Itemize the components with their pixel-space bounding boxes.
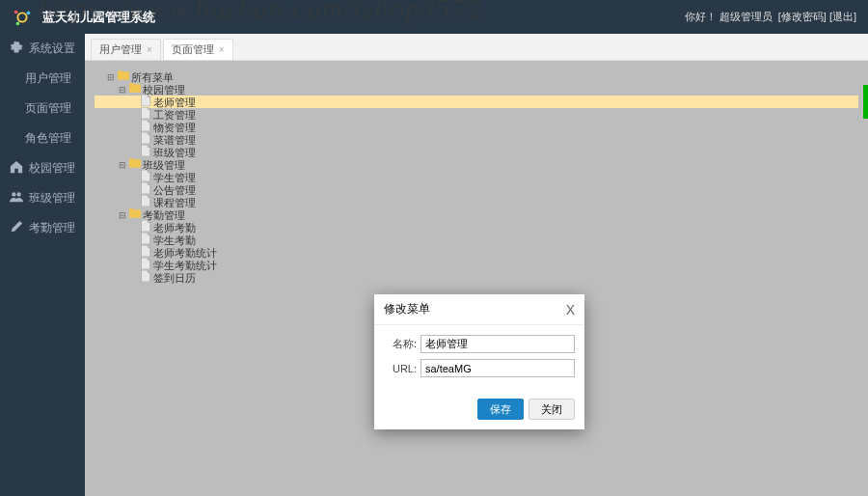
folder-icon	[129, 156, 141, 174]
svg-point-3	[16, 21, 20, 25]
toggle-icon[interactable]: ⊟	[118, 85, 127, 95]
folder-icon	[129, 207, 141, 224]
tree-node-12[interactable]: 老师考勤	[95, 221, 858, 234]
url-field-row: URL:	[384, 359, 575, 377]
users-icon	[10, 190, 23, 207]
url-input[interactable]	[420, 359, 575, 377]
svg-point-1	[14, 10, 18, 14]
toggle-spacer	[129, 273, 139, 283]
dialog-footer: 保存 关闭	[374, 393, 584, 429]
tab-0[interactable]: 用户管理×	[91, 39, 161, 60]
main-area: 用户管理×页面管理× ⊟所有菜单⊟校园管理老师管理工资管理物资管理菜谱管理班级管…	[85, 34, 868, 496]
toggle-spacer	[129, 123, 139, 132]
tree-node-3[interactable]: 工资管理	[95, 108, 858, 121]
tree-node-6[interactable]: 班级管理	[95, 146, 858, 158]
sidebar: 系统设置用户管理页面管理角色管理校园管理班级管理考勤管理	[0, 34, 85, 496]
tree-node-2[interactable]: 老师管理	[95, 96, 858, 108]
tab-close-icon[interactable]: ×	[219, 44, 225, 55]
toggle-spacer	[129, 185, 139, 195]
file-icon	[141, 269, 151, 287]
dialog-title: 修改菜单	[384, 301, 430, 317]
svg-point-2	[27, 11, 31, 14]
tree-node-9[interactable]: 公告管理	[95, 183, 858, 196]
name-input[interactable]	[420, 335, 575, 353]
url-label: URL:	[384, 363, 417, 374]
name-label: 名称:	[384, 337, 417, 351]
svg-point-0	[17, 13, 26, 21]
sidebar-item-label: 角色管理	[25, 130, 71, 147]
toggle-spacer	[129, 235, 139, 245]
tree-node-11[interactable]: ⊟考勤管理	[95, 208, 858, 221]
sidebar-item-2[interactable]: 页面管理	[0, 94, 85, 124]
tab-label: 页面管理	[172, 42, 214, 57]
user-name: 超级管理员	[719, 11, 773, 22]
dialog-body: 名称: URL:	[374, 325, 584, 393]
toggle-spacer	[129, 97, 139, 107]
toggle-spacer	[129, 173, 139, 182]
close-icon[interactable]: X	[566, 302, 575, 317]
menu-tree: ⊟所有菜单⊟校园管理老师管理工资管理物资管理菜谱管理班级管理⊟班级管理学生管理公…	[95, 70, 858, 284]
scrollbar-indicator	[863, 85, 868, 119]
folder-icon	[129, 81, 141, 98]
sidebar-item-0[interactable]: 系统设置	[0, 34, 85, 64]
sidebar-item-1[interactable]: 用户管理	[0, 64, 85, 94]
toggle-icon[interactable]: ⊟	[106, 72, 116, 82]
sidebar-item-label: 系统设置	[29, 41, 75, 57]
sidebar-item-label: 考勤管理	[29, 220, 75, 236]
toggle-spacer	[129, 110, 139, 120]
tree-node-4[interactable]: 物资管理	[95, 121, 858, 133]
toggle-spacer	[129, 248, 139, 258]
tab-label: 用户管理	[99, 42, 142, 57]
app-title: 蓝天幼儿园管理系统	[42, 9, 155, 26]
sidebar-item-label: 页面管理	[25, 100, 71, 117]
close-button[interactable]: 关闭	[529, 399, 575, 420]
sidebar-item-6[interactable]: 考勤管理	[0, 213, 85, 243]
sidebar-item-label: 校园管理	[29, 160, 75, 177]
toggle-icon[interactable]: ⊟	[118, 210, 127, 220]
name-field-row: 名称:	[384, 335, 575, 353]
tree-node-0[interactable]: ⊟所有菜单	[95, 70, 858, 83]
tree-node-8[interactable]: 学生管理	[95, 171, 858, 183]
tab-bar: 用户管理×页面管理×	[85, 34, 868, 61]
sidebar-item-label: 用户管理	[25, 70, 71, 87]
gear-icon	[10, 41, 23, 57]
app-header: 蓝天幼儿园管理系统 你好！ 超级管理员 [修改密码] [退出]	[0, 0, 868, 34]
toggle-spacer	[129, 223, 139, 233]
tree-node-7[interactable]: ⊟班级管理	[95, 158, 858, 171]
tree-node-15[interactable]: 学生考勤统计	[95, 259, 858, 271]
dialog-header: 修改菜单 X	[374, 294, 584, 325]
logout-link[interactable]: [退出]	[829, 11, 856, 22]
edit-menu-dialog: 修改菜单 X 名称: URL: 保存 关闭	[374, 294, 584, 429]
tree-node-label: 签到日历	[153, 269, 196, 287]
header-left: 蓝天幼儿园管理系统	[12, 7, 155, 28]
svg-point-4	[12, 192, 15, 196]
toggle-spacer	[129, 261, 139, 270]
sidebar-item-3[interactable]: 角色管理	[0, 124, 85, 153]
content-panel: ⊟所有菜单⊟校园管理老师管理工资管理物资管理菜谱管理班级管理⊟班级管理学生管理公…	[85, 61, 868, 496]
sidebar-item-label: 班级管理	[29, 190, 75, 207]
toggle-icon[interactable]: ⊟	[118, 160, 127, 170]
greeting-text: 你好！	[685, 11, 717, 22]
pencil-icon	[10, 220, 23, 236]
tab-1[interactable]: 页面管理×	[163, 39, 233, 60]
tab-close-icon[interactable]: ×	[147, 44, 152, 55]
toggle-spacer	[129, 135, 139, 145]
tree-node-1[interactable]: ⊟校园管理	[95, 83, 858, 96]
sidebar-item-4[interactable]: 校园管理	[0, 153, 85, 183]
tree-node-10[interactable]: 课程管理	[95, 196, 858, 208]
sidebar-item-5[interactable]: 班级管理	[0, 183, 85, 213]
home-icon	[10, 160, 23, 177]
tree-node-5[interactable]: 菜谱管理	[95, 133, 858, 146]
header-right: 你好！ 超级管理员 [修改密码] [退出]	[685, 10, 857, 24]
svg-point-5	[16, 192, 20, 196]
save-button[interactable]: 保存	[477, 399, 524, 420]
change-password-link[interactable]: [修改密码]	[778, 11, 827, 22]
logo-icon	[12, 7, 33, 28]
